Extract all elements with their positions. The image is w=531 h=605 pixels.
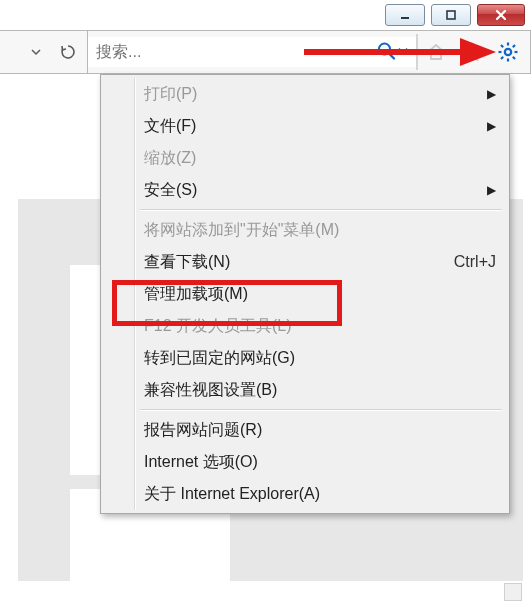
scroll-corner[interactable] <box>504 583 522 601</box>
menu-item-label: F12 开发人员工具(L) <box>144 316 292 337</box>
svg-line-10 <box>513 57 515 59</box>
svg-line-11 <box>501 57 503 59</box>
tools-menu: 打印(P) ▶ 文件(F) ▶ 缩放(Z) 安全(S) ▶ 将网站添加到"开始"… <box>100 74 510 514</box>
menu-item-label: 将网站添加到"开始"菜单(M) <box>144 220 339 241</box>
search-dropdown-icon[interactable] <box>398 41 408 64</box>
menu-item-add-to-start[interactable]: 将网站添加到"开始"菜单(M) <box>104 214 506 246</box>
menu-item-label: 打印(P) <box>144 84 197 105</box>
submenu-arrow-icon: ▶ <box>487 119 496 133</box>
menu-item-shortcut: Ctrl+J <box>454 253 496 271</box>
menu-item-label: 缩放(Z) <box>144 148 196 169</box>
menu-item-f12-tools[interactable]: F12 开发人员工具(L) <box>104 310 506 342</box>
recent-dropdown-button[interactable] <box>23 39 49 65</box>
maximize-button[interactable] <box>431 4 471 26</box>
menu-item-label: 兼容性视图设置(B) <box>144 380 277 401</box>
menu-item-internet-options[interactable]: Internet 选项(O) <box>104 446 506 478</box>
svg-line-3 <box>389 54 394 59</box>
svg-line-9 <box>501 45 503 47</box>
menu-item-pinned-sites[interactable]: 转到已固定的网站(G) <box>104 342 506 374</box>
menu-item-report-problem[interactable]: 报告网站问题(R) <box>104 414 506 446</box>
favorites-icon[interactable] <box>460 40 484 64</box>
menu-item-compat-view[interactable]: 兼容性视图设置(B) <box>104 374 506 406</box>
home-icon[interactable] <box>424 40 448 64</box>
menu-separator <box>140 209 502 211</box>
svg-rect-1 <box>447 11 455 19</box>
menu-item-label: 转到已固定的网站(G) <box>144 348 295 369</box>
submenu-arrow-icon: ▶ <box>487 87 496 101</box>
menu-item-label: 安全(S) <box>144 180 197 201</box>
menu-item-label: 查看下载(N) <box>144 252 230 273</box>
menu-item-zoom[interactable]: 缩放(Z) <box>104 142 506 174</box>
menu-item-file[interactable]: 文件(F) ▶ <box>104 110 506 142</box>
menu-item-view-downloads[interactable]: 查看下载(N) Ctrl+J <box>104 246 506 278</box>
toolbar <box>0 30 531 74</box>
menu-item-about-ie[interactable]: 关于 Internet Explorer(A) <box>104 478 506 510</box>
svg-line-12 <box>513 45 515 47</box>
menu-item-label: 管理加载项(M) <box>144 284 248 305</box>
menu-item-label: 文件(F) <box>144 116 196 137</box>
menu-item-manage-addons[interactable]: 管理加载项(M) <box>104 278 506 310</box>
close-button[interactable] <box>477 4 525 26</box>
minimize-button[interactable] <box>385 4 425 26</box>
refresh-button[interactable] <box>55 39 81 65</box>
menu-item-label: 关于 Internet Explorer(A) <box>144 484 320 505</box>
tools-gear-icon[interactable] <box>496 40 520 64</box>
menu-item-label: 报告网站问题(R) <box>144 420 262 441</box>
svg-point-4 <box>505 49 511 55</box>
menu-separator <box>140 409 502 411</box>
search-input[interactable] <box>88 37 416 67</box>
menu-item-safety[interactable]: 安全(S) ▶ <box>104 174 506 206</box>
search-icon[interactable] <box>376 41 396 64</box>
menu-item-print[interactable]: 打印(P) ▶ <box>104 78 506 110</box>
submenu-arrow-icon: ▶ <box>487 183 496 197</box>
menu-item-label: Internet 选项(O) <box>144 452 258 473</box>
